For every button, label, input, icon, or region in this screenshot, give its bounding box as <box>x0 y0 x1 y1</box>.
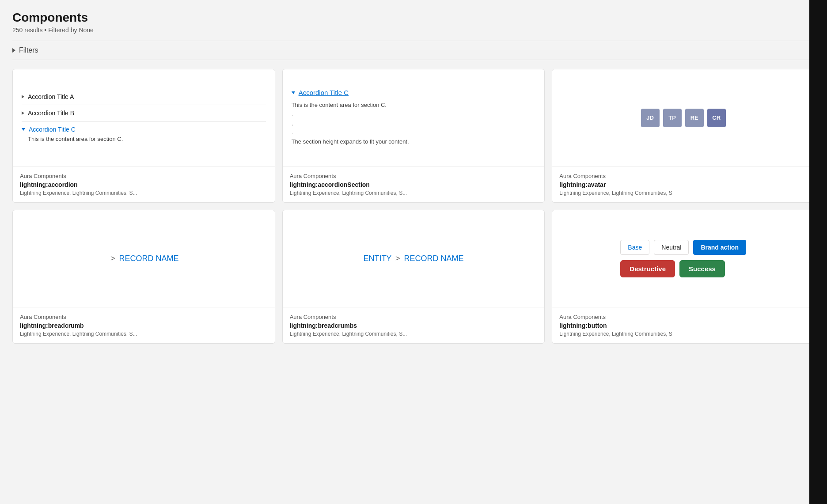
accordion-item-b: Accordion Title B <box>22 105 266 121</box>
avatar-jd: JD <box>641 109 660 127</box>
card-accordion-category: Aura Components <box>20 173 268 179</box>
breadcrumb-separator: > <box>110 254 115 263</box>
card-avatar-category: Aura Components <box>559 173 807 179</box>
breadcrumbs-record-name: RECORD NAME <box>404 254 464 263</box>
card-breadcrumbs-preview: ENTITY > RECORD NAME <box>283 210 545 307</box>
acc-section-header: Accordion Title C <box>292 89 536 96</box>
btn-brand-action[interactable]: Brand action <box>693 240 746 255</box>
results-text: 250 results • Filtered by None <box>12 27 815 34</box>
card-accordion-section-name: lightning:accordionSection <box>290 181 538 188</box>
page-title: Components <box>12 11 815 25</box>
accordion-preview: Accordion Title A Accordion Title B Acco… <box>22 89 266 147</box>
card-breadcrumbs-tags: Lightning Experience, Lightning Communit… <box>290 331 538 337</box>
accordion-section-preview: Accordion Title C This is the content ar… <box>292 89 536 147</box>
card-accordion-tags: Lightning Experience, Lightning Communit… <box>20 190 268 196</box>
card-button-tags: Lightning Experience, Lightning Communit… <box>559 331 807 337</box>
accordion-chevron-down-icon <box>22 128 25 131</box>
btn-destructive[interactable]: Destructive <box>620 260 675 277</box>
card-accordion-section: Accordion Title C This is the content ar… <box>282 69 545 203</box>
card-accordion-section-tags: Lightning Experience, Lightning Communit… <box>290 190 538 196</box>
accordion-title-a: Accordion Title A <box>28 93 74 100</box>
card-breadcrumb: > RECORD NAME Aura Components lightning:… <box>12 210 275 344</box>
card-avatar-info: Aura Components lightning:avatar Lightni… <box>552 167 814 202</box>
card-accordion-preview: Accordion Title A Accordion Title B Acco… <box>13 69 275 167</box>
button-row-1: Base Neutral Brand action <box>620 240 746 255</box>
accordion-title-b: Accordion Title B <box>28 110 74 117</box>
accordion-content-c: This is the content area for section C. <box>22 136 266 142</box>
card-button-name: lightning:button <box>559 322 807 329</box>
card-breadcrumb-name: lightning:breadcrumb <box>20 322 268 329</box>
card-breadcrumbs-category: Aura Components <box>290 314 538 320</box>
card-accordion-name: lightning:accordion <box>20 181 268 188</box>
card-breadcrumbs-info: Aura Components lightning:breadcrumbs Li… <box>283 307 545 343</box>
card-accordion: Accordion Title A Accordion Title B Acco… <box>12 69 275 203</box>
card-avatar-name: lightning:avatar <box>559 181 807 188</box>
btn-base[interactable]: Base <box>620 240 649 255</box>
breadcrumb-preview: > RECORD NAME <box>109 254 179 263</box>
card-breadcrumbs-name: lightning:breadcrumbs <box>290 322 538 329</box>
breadcrumbs-separator: > <box>395 254 402 263</box>
card-avatar-tags: Lightning Experience, Lightning Communit… <box>559 190 807 196</box>
card-accordion-info: Aura Components lightning:accordion Ligh… <box>13 167 275 202</box>
avatar-tp: TP <box>663 109 682 127</box>
card-button: Base Neutral Brand action Destructive Su… <box>552 210 815 344</box>
card-breadcrumb-category: Aura Components <box>20 314 268 320</box>
btn-success[interactable]: Success <box>679 260 725 277</box>
accordion-item-a: Accordion Title A <box>22 89 266 105</box>
button-preview: Base Neutral Brand action Destructive Su… <box>620 240 746 277</box>
accordion-title-c: Accordion Title C <box>29 126 76 133</box>
filters-row: Filters <box>12 41 815 60</box>
accordion-item-c: Accordion Title C This is the content ar… <box>22 121 266 147</box>
acc-section-chevron-icon <box>292 91 295 94</box>
accordion-header-a: Accordion Title A <box>22 93 266 100</box>
button-row-2: Destructive Success <box>620 260 725 277</box>
card-avatar-preview: JD TP RE CR <box>552 69 814 167</box>
accordion-header-b: Accordion Title B <box>22 110 266 117</box>
page-container: Components 250 results • Filtered by Non… <box>0 0 827 354</box>
right-edge-bar <box>809 0 827 354</box>
card-accordion-section-category: Aura Components <box>290 173 538 179</box>
card-breadcrumbs: ENTITY > RECORD NAME Aura Components lig… <box>282 210 545 344</box>
card-button-preview: Base Neutral Brand action Destructive Su… <box>552 210 814 307</box>
card-breadcrumb-info: Aura Components lightning:breadcrumb Lig… <box>13 307 275 343</box>
avatar-re: RE <box>685 109 704 127</box>
avatar-preview: JD TP RE CR <box>641 109 726 127</box>
btn-neutral[interactable]: Neutral <box>654 240 689 255</box>
avatar-cr: CR <box>707 109 726 127</box>
card-breadcrumb-preview: > RECORD NAME <box>13 210 275 307</box>
chevron-right-icon <box>12 48 15 53</box>
breadcrumbs-preview: ENTITY > RECORD NAME <box>363 254 463 263</box>
card-accordion-section-preview: Accordion Title C This is the content ar… <box>283 69 545 167</box>
acc-section-title: Accordion Title C <box>299 89 349 96</box>
card-button-info: Aura Components lightning:button Lightni… <box>552 307 814 343</box>
card-breadcrumb-tags: Lightning Experience, Lightning Communit… <box>20 331 268 337</box>
accordion-header-c: Accordion Title C <box>22 126 266 133</box>
breadcrumb-record-name: RECORD NAME <box>119 254 179 263</box>
accordion-chevron-right-icon <box>22 95 24 99</box>
acc-section-content: This is the content area for section C. … <box>292 101 536 147</box>
filters-toggle[interactable]: Filters <box>12 46 38 54</box>
card-accordion-section-info: Aura Components lightning:accordionSecti… <box>283 167 545 202</box>
cards-grid: Accordion Title A Accordion Title B Acco… <box>12 69 815 344</box>
accordion-chevron-right-icon-b <box>22 111 24 115</box>
card-button-category: Aura Components <box>559 314 807 320</box>
breadcrumbs-entity: ENTITY <box>363 254 391 263</box>
card-avatar: JD TP RE CR Aura Components lightning:av… <box>552 69 815 203</box>
filters-label: Filters <box>19 46 38 54</box>
